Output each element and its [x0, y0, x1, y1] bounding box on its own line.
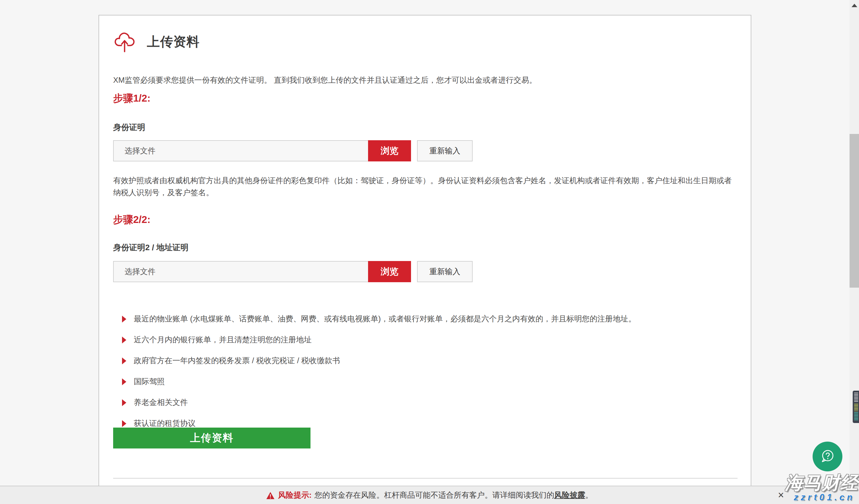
- led-gray-band: [854, 393, 858, 403]
- risk-warning-bar: 风险提示: 您的资金存在风险。杠杆商品可能不适合所有客户。请详细阅读我们的风险披…: [0, 486, 859, 504]
- document-text: 获认证的租赁协议: [134, 418, 196, 428]
- id-proof-file-row: 浏览 重新输入: [113, 140, 472, 161]
- close-warning-button[interactable]: ×: [778, 490, 784, 500]
- page: 上传资料 XM监管必须要求您提供一份有效的文件证明。 直到我们收到您上传的文件并…: [0, 0, 859, 504]
- intro-text: XM监管必须要求您提供一份有效的文件证明。 直到我们收到您上传的文件并且认证通过…: [113, 75, 738, 86]
- upload-documents-card: 上传资料 XM监管必须要求您提供一份有效的文件证明。 直到我们收到您上传的文件并…: [99, 15, 751, 504]
- document-text: 近六个月内的银行账单，并且清楚注明您的注册地址: [134, 334, 312, 345]
- address-proof-reset-button[interactable]: 重新输入: [417, 261, 472, 282]
- address-proof-label: 身份证明2 / 地址证明: [113, 242, 189, 253]
- list-item: 最近的物业账单 (水电煤账单、话费账单、油费、网费、或有线电视账单)，或者银行对…: [122, 314, 724, 324]
- id-proof-description: 有效护照或者由权威机构官方出具的其他身份证件的彩色复印件（比如：驾驶证，身份证等…: [113, 175, 739, 199]
- list-item: 养老金相关文件: [122, 397, 724, 408]
- scroll-up-arrow-icon: [852, 4, 857, 7]
- bullet-arrow-icon: [122, 378, 126, 385]
- list-item: 国际驾照: [122, 376, 724, 387]
- step1-heading: 步骤1/2:: [113, 92, 150, 105]
- document-text: 政府官方在一年内签发的税务发票 / 税收完税证 / 税收缴款书: [134, 356, 340, 366]
- cloud-upload-icon: [113, 29, 136, 54]
- list-item: 获认证的租赁协议: [122, 418, 724, 428]
- id-proof-file-input[interactable]: [113, 140, 368, 161]
- bullet-arrow-icon: [122, 399, 126, 406]
- risk-disclosure-link[interactable]: 风险披露: [554, 490, 585, 500]
- address-proof-file-input[interactable]: [113, 261, 368, 282]
- risk-warning-text: 您的资金存在风险。杠杆商品可能不适合所有客户。请详细阅读我们的: [315, 490, 554, 500]
- scrollbar-thumb[interactable]: [849, 134, 859, 288]
- id-proof-browse-button[interactable]: 浏览: [368, 140, 411, 161]
- upload-submit-button[interactable]: 上传资料: [113, 428, 311, 448]
- id-proof-reset-button[interactable]: 重新输入: [417, 140, 472, 161]
- list-item: 近六个月内的银行账单，并且清楚注明您的注册地址: [122, 334, 724, 345]
- address-proof-browse-button[interactable]: 浏览: [368, 261, 411, 282]
- bullet-arrow-icon: [122, 420, 126, 427]
- page-title: 上传资料: [147, 33, 200, 50]
- id-proof-label: 身份证明: [113, 122, 145, 133]
- bottom-divider: [113, 478, 738, 478]
- address-proof-file-row: 浏览 重新输入: [113, 261, 472, 282]
- bullet-arrow-icon: [122, 358, 126, 364]
- card-header: 上传资料: [113, 29, 200, 54]
- live-chat-button[interactable]: [813, 442, 842, 471]
- document-text: 最近的物业账单 (水电煤账单、话费账单、油费、网费、或有线电视账单)，或者银行对…: [134, 314, 636, 324]
- vertical-scrollbar[interactable]: [849, 0, 859, 504]
- led-yellow-band: [854, 404, 858, 411]
- risk-warning-period: 。: [585, 490, 593, 500]
- scrollbar-up-button[interactable]: [849, 0, 859, 11]
- list-item: 政府官方在一年内签发的税务发票 / 税收完税证 / 税收缴款书: [122, 356, 724, 366]
- document-text: 国际驾照: [134, 376, 165, 387]
- led-teal-band: [854, 412, 858, 421]
- document-text: 养老金相关文件: [134, 397, 188, 408]
- step2-heading: 步骤2/2:: [113, 213, 150, 226]
- risk-warning-label: 风险提示:: [278, 490, 312, 500]
- bullet-arrow-icon: [122, 336, 126, 344]
- led-meter-widget[interactable]: [853, 391, 859, 423]
- help-bubble-icon: [819, 447, 837, 466]
- accepted-documents-list: 最近的物业账单 (水电煤账单、话费账单、油费、网费、或有线电视账单)，或者银行对…: [122, 314, 724, 439]
- bullet-arrow-icon: [122, 316, 126, 322]
- warning-triangle-icon: [266, 492, 275, 500]
